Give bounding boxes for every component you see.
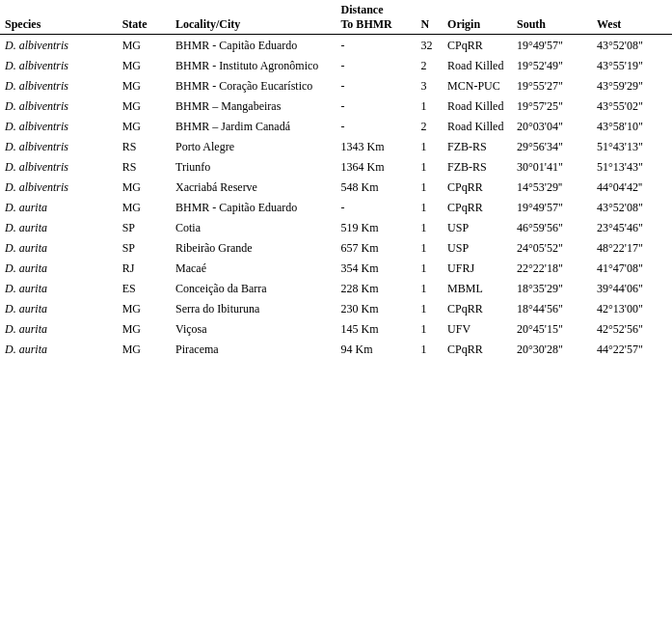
table-cell: 19°49'57" [512, 35, 592, 57]
col-header-south: South [512, 0, 592, 35]
table-cell: 51°13'43" [592, 157, 672, 178]
table-cell: MBML [443, 279, 512, 299]
table-cell: Xacriabá Reserve [171, 178, 336, 198]
table-cell: 20°30'28" [512, 340, 592, 360]
table-cell: D. albiventris [0, 56, 118, 76]
table-cell: ES [118, 279, 171, 299]
table-cell: FZB-RS [443, 157, 512, 178]
table-row: D. auritaSPCotia519 Km1USP46°59'56"23°45… [0, 218, 672, 238]
table-cell: 548 Km [336, 178, 416, 198]
table-cell: D. aurita [0, 319, 118, 340]
table-cell: 30°01'41" [512, 157, 592, 178]
table-cell: 1 [416, 299, 443, 319]
table-cell: RS [118, 137, 171, 157]
table-cell: Viçosa [171, 319, 336, 340]
table-cell: 20°45'15" [512, 319, 592, 340]
table-cell: Macaé [171, 259, 336, 279]
table-cell: 41°47'08" [592, 259, 672, 279]
table-cell: RJ [118, 259, 171, 279]
table-row: D. auritaMGBHMR - Capitão Eduardo-1CPqRR… [0, 198, 672, 218]
table-cell: Conceição da Barra [171, 279, 336, 299]
table-cell: MG [118, 76, 171, 96]
table-cell: - [336, 56, 416, 76]
table-cell: Road Killed [443, 96, 512, 117]
table-cell: 42°52'56" [592, 319, 672, 340]
table-cell: 44°04'42'' [592, 178, 672, 198]
col-header-species: Species [0, 0, 118, 35]
table-cell: Road Killed [443, 117, 512, 137]
table-cell: CPqRR [443, 178, 512, 198]
table-cell: 19°49'57" [512, 198, 592, 218]
table-cell: 1 [416, 279, 443, 299]
table-cell: Porto Alegre [171, 137, 336, 157]
table-cell: MG [118, 198, 171, 218]
table-row: D. auritaRJMacaé354 Km1UFRJ22°22'18"41°4… [0, 259, 672, 279]
table-row: D. albiventrisRSPorto Alegre1343 Km1FZB-… [0, 137, 672, 157]
table-cell: MG [118, 117, 171, 137]
table-cell: Triunfo [171, 157, 336, 178]
table-cell: 51°43'13" [592, 137, 672, 157]
table-cell: 43°52'08" [592, 35, 672, 57]
table-cell: 1 [416, 178, 443, 198]
table-cell: 1 [416, 137, 443, 157]
table-cell: BHMR - Capitão Eduardo [171, 35, 336, 57]
table-cell: 18°44'56" [512, 299, 592, 319]
table-cell: 230 Km [336, 299, 416, 319]
table-cell: SP [118, 238, 171, 259]
col-header-n: N [416, 0, 443, 35]
table-cell: 228 Km [336, 279, 416, 299]
table-cell: Serra do Ibituruna [171, 299, 336, 319]
table-cell: 1343 Km [336, 137, 416, 157]
table-cell: D. albiventris [0, 117, 118, 137]
table-cell: CPqRR [443, 340, 512, 360]
col-header-origin: Origin [443, 0, 512, 35]
table-cell: D. albiventris [0, 76, 118, 96]
table-row: D. auritaMGViçosa145 Km1UFV20°45'15"42°5… [0, 319, 672, 340]
table-cell: D. aurita [0, 238, 118, 259]
table-cell: 657 Km [336, 238, 416, 259]
table-row: D. auritaMGSerra do Ibituruna230 Km1CPqR… [0, 299, 672, 319]
table-cell: 43°55'19" [592, 56, 672, 76]
table-cell: USP [443, 238, 512, 259]
table-row: D. auritaMGPiracema94 Km1CPqRR20°30'28"4… [0, 340, 672, 360]
table-cell: MG [118, 340, 171, 360]
table-cell: 43°52'08" [592, 198, 672, 218]
table-cell: SP [118, 218, 171, 238]
table-cell: D. aurita [0, 340, 118, 360]
table-cell: D. aurita [0, 259, 118, 279]
table-row: D. albiventrisRSTriunfo1364 Km1FZB-RS30°… [0, 157, 672, 178]
table-row: D. auritaSPRibeirão Grande657 Km1USP24°0… [0, 238, 672, 259]
table-cell: 1 [416, 259, 443, 279]
table-cell: 32 [416, 35, 443, 57]
table-row: D. albiventrisMGBHMR – Jardim Canadá-2Ro… [0, 117, 672, 137]
table-cell: UFRJ [443, 259, 512, 279]
table-cell: 145 Km [336, 319, 416, 340]
table-cell: MG [118, 178, 171, 198]
table-cell: CPqRR [443, 35, 512, 57]
table-cell: CPqRR [443, 198, 512, 218]
table-cell: 19°52'49" [512, 56, 592, 76]
table-cell: 94 Km [336, 340, 416, 360]
table-cell: 1 [416, 319, 443, 340]
table-cell: 42°13'00" [592, 299, 672, 319]
table-row: D. auritaESConceição da Barra228 Km1MBML… [0, 279, 672, 299]
table-cell: 24°05'52" [512, 238, 592, 259]
table-cell: 22°22'18" [512, 259, 592, 279]
table-cell: 2 [416, 56, 443, 76]
table-cell: - [336, 76, 416, 96]
col-header-state: State [118, 0, 171, 35]
table-cell: - [336, 117, 416, 137]
table-row: D. albiventrisMGXacriabá Reserve548 Km1C… [0, 178, 672, 198]
table-cell: D. albiventris [0, 137, 118, 157]
table-cell: MG [118, 299, 171, 319]
col-header-distance: Distance To BHMR [336, 0, 416, 35]
table-cell: BHMR – Mangabeiras [171, 96, 336, 117]
table-cell: - [336, 198, 416, 218]
table-cell: 20°03'04" [512, 117, 592, 137]
table-cell: 23°45'46" [592, 218, 672, 238]
table-cell: 14°53'29'' [512, 178, 592, 198]
table-cell: D. albiventris [0, 35, 118, 57]
table-cell: D. aurita [0, 218, 118, 238]
table-cell: 3 [416, 76, 443, 96]
table-cell: 2 [416, 117, 443, 137]
